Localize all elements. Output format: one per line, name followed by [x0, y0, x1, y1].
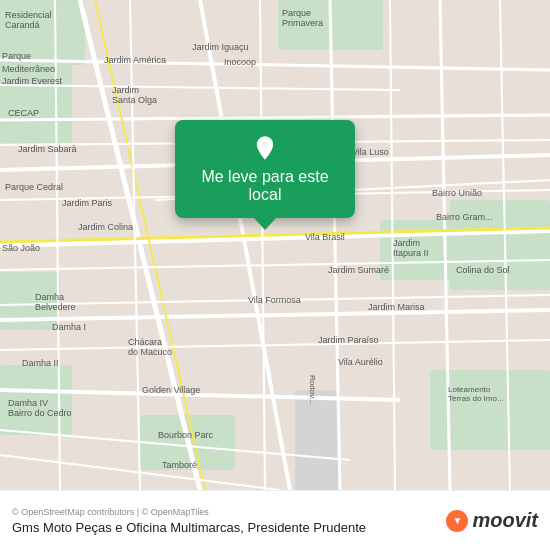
- tooltip-text: Me leve para este local: [201, 168, 328, 203]
- map-container: ResidencialCarandá ParquePrimavera Parqu…: [0, 0, 550, 490]
- svg-rect-4: [0, 365, 72, 435]
- map-svg: [0, 0, 550, 490]
- bottom-info: © OpenStreetMap contributors | © OpenMap…: [12, 507, 446, 535]
- moovit-logo: moovit: [446, 509, 538, 532]
- svg-line-24: [0, 340, 550, 350]
- svg-rect-6: [450, 200, 550, 290]
- svg-line-35: [0, 295, 550, 305]
- pin-icon: [251, 134, 279, 162]
- attribution-text: © OpenStreetMap contributors | © OpenMap…: [12, 507, 446, 517]
- moovit-text: moovit: [472, 509, 538, 532]
- navigate-tooltip[interactable]: Me leve para este local: [175, 120, 355, 218]
- svg-line-12: [0, 310, 550, 320]
- bottom-bar: © OpenStreetMap contributors | © OpenMap…: [0, 490, 550, 550]
- moovit-icon: [446, 510, 468, 532]
- svg-line-19: [0, 60, 550, 70]
- svg-line-26: [260, 0, 265, 490]
- place-name: Gms Moto Peças e Oficina Multimarcas, Pr…: [12, 520, 446, 535]
- svg-rect-9: [295, 390, 340, 490]
